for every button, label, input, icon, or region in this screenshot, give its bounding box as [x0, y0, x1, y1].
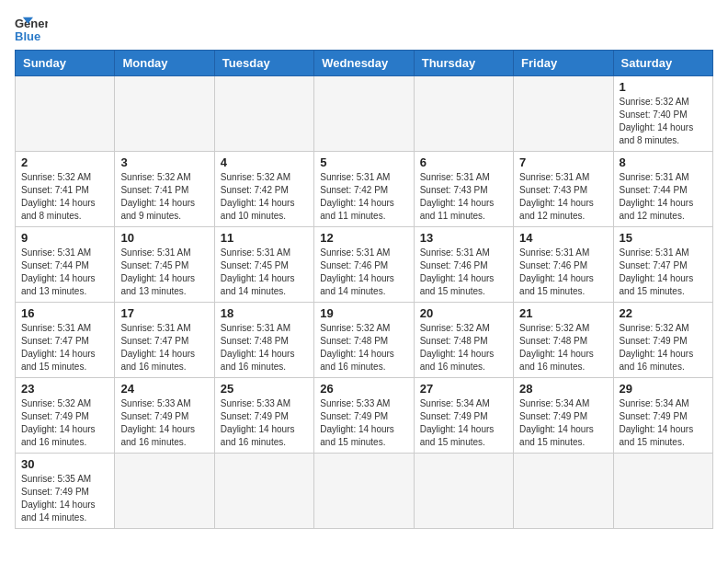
day-info: Sunrise: 5:32 AM Sunset: 7:42 PM Dayligh… [221, 171, 308, 223]
day-number: 25 [221, 382, 308, 396]
calendar-cell: 13Sunrise: 5:31 AM Sunset: 7:46 PM Dayli… [414, 227, 513, 303]
day-info: Sunrise: 5:32 AM Sunset: 7:41 PM Dayligh… [21, 171, 108, 223]
calendar-cell: 4Sunrise: 5:32 AM Sunset: 7:42 PM Daylig… [214, 152, 313, 227]
calendar-cell [514, 76, 613, 152]
day-info: Sunrise: 5:32 AM Sunset: 7:49 PM Dayligh… [620, 322, 707, 373]
calendar-cell [514, 454, 613, 529]
calendar-cell: 26Sunrise: 5:33 AM Sunset: 7:49 PM Dayli… [314, 378, 414, 454]
calendar-cell: 22Sunrise: 5:32 AM Sunset: 7:49 PM Dayli… [613, 303, 712, 378]
calendar-cell: 30Sunrise: 5:35 AM Sunset: 7:49 PM Dayli… [16, 454, 115, 529]
day-number: 21 [519, 306, 607, 320]
day-number: 20 [420, 306, 507, 320]
day-info: Sunrise: 5:31 AM Sunset: 7:45 PM Dayligh… [120, 247, 208, 298]
calendar-cell: 15Sunrise: 5:31 AM Sunset: 7:47 PM Dayli… [613, 227, 712, 303]
calendar-cell [214, 454, 313, 529]
day-info: Sunrise: 5:31 AM Sunset: 7:47 PM Dayligh… [120, 322, 208, 373]
day-number: 18 [221, 306, 308, 320]
calendar-cell [613, 454, 712, 529]
day-number: 3 [120, 155, 208, 169]
day-header-saturday: Saturday [613, 51, 712, 76]
day-info: Sunrise: 5:32 AM Sunset: 7:49 PM Dayligh… [21, 397, 108, 449]
day-info: Sunrise: 5:31 AM Sunset: 7:42 PM Dayligh… [320, 171, 407, 223]
logo: General Blue [15, 15, 51, 42]
week-row-5: 23Sunrise: 5:32 AM Sunset: 7:49 PM Dayli… [16, 378, 713, 454]
day-number: 8 [620, 155, 707, 169]
calendar-cell [115, 454, 214, 529]
calendar-cell [214, 76, 313, 152]
calendar-cell: 28Sunrise: 5:34 AM Sunset: 7:49 PM Dayli… [514, 378, 613, 454]
day-info: Sunrise: 5:32 AM Sunset: 7:48 PM Dayligh… [519, 322, 607, 373]
day-info: Sunrise: 5:34 AM Sunset: 7:49 PM Dayligh… [620, 397, 707, 449]
calendar-cell: 10Sunrise: 5:31 AM Sunset: 7:45 PM Dayli… [115, 227, 214, 303]
calendar-cell: 21Sunrise: 5:32 AM Sunset: 7:48 PM Dayli… [514, 303, 613, 378]
calendar-cell: 5Sunrise: 5:31 AM Sunset: 7:42 PM Daylig… [314, 152, 414, 227]
day-info: Sunrise: 5:32 AM Sunset: 7:41 PM Dayligh… [120, 171, 208, 223]
calendar-cell: 8Sunrise: 5:31 AM Sunset: 7:44 PM Daylig… [613, 152, 712, 227]
day-info: Sunrise: 5:33 AM Sunset: 7:49 PM Dayligh… [221, 397, 308, 449]
day-header-monday: Monday [115, 51, 214, 76]
day-number: 24 [120, 382, 208, 396]
day-number: 15 [620, 231, 707, 245]
day-info: Sunrise: 5:31 AM Sunset: 7:46 PM Dayligh… [420, 247, 507, 298]
calendar-cell: 19Sunrise: 5:32 AM Sunset: 7:48 PM Dayli… [314, 303, 414, 378]
day-info: Sunrise: 5:31 AM Sunset: 7:43 PM Dayligh… [420, 171, 507, 223]
day-number: 12 [320, 231, 407, 245]
day-header-thursday: Thursday [414, 51, 513, 76]
day-info: Sunrise: 5:31 AM Sunset: 7:45 PM Dayligh… [221, 247, 308, 298]
calendar-cell [314, 454, 414, 529]
week-row-1: 1Sunrise: 5:32 AM Sunset: 7:40 PM Daylig… [16, 76, 713, 152]
day-number: 29 [620, 382, 707, 396]
day-info: Sunrise: 5:34 AM Sunset: 7:49 PM Dayligh… [420, 397, 507, 449]
day-number: 1 [620, 80, 707, 94]
calendar-cell: 9Sunrise: 5:31 AM Sunset: 7:44 PM Daylig… [16, 227, 115, 303]
day-number: 9 [21, 231, 108, 245]
week-row-2: 2Sunrise: 5:32 AM Sunset: 7:41 PM Daylig… [16, 152, 713, 227]
day-header-tuesday: Tuesday [214, 51, 313, 76]
day-number: 5 [320, 155, 407, 169]
calendar-cell [314, 76, 414, 152]
calendar-body: 1Sunrise: 5:32 AM Sunset: 7:40 PM Daylig… [16, 76, 713, 529]
day-header-friday: Friday [514, 51, 613, 76]
svg-text:Blue: Blue [15, 29, 40, 42]
day-info: Sunrise: 5:31 AM Sunset: 7:44 PM Dayligh… [21, 247, 108, 298]
calendar-cell [115, 76, 214, 152]
day-number: 11 [221, 231, 308, 245]
day-number: 26 [320, 382, 407, 396]
general-blue-icon: General Blue [15, 15, 48, 42]
calendar-cell [16, 76, 115, 152]
calendar-cell [414, 454, 513, 529]
calendar-cell: 17Sunrise: 5:31 AM Sunset: 7:47 PM Dayli… [115, 303, 214, 378]
day-number: 14 [519, 231, 607, 245]
calendar-header: SundayMondayTuesdayWednesdayThursdayFrid… [16, 51, 713, 76]
day-number: 30 [21, 457, 108, 471]
calendar-cell [414, 76, 513, 152]
week-row-4: 16Sunrise: 5:31 AM Sunset: 7:47 PM Dayli… [16, 303, 713, 378]
calendar-cell: 1Sunrise: 5:32 AM Sunset: 7:40 PM Daylig… [613, 76, 712, 152]
calendar-cell: 20Sunrise: 5:32 AM Sunset: 7:48 PM Dayli… [414, 303, 513, 378]
day-number: 22 [620, 306, 707, 320]
calendar-cell: 25Sunrise: 5:33 AM Sunset: 7:49 PM Dayli… [214, 378, 313, 454]
day-number: 28 [519, 382, 607, 396]
day-header-sunday: Sunday [16, 51, 115, 76]
day-info: Sunrise: 5:33 AM Sunset: 7:49 PM Dayligh… [120, 397, 208, 449]
calendar-cell: 18Sunrise: 5:31 AM Sunset: 7:48 PM Dayli… [214, 303, 313, 378]
calendar-cell: 7Sunrise: 5:31 AM Sunset: 7:43 PM Daylig… [514, 152, 613, 227]
day-number: 4 [221, 155, 308, 169]
day-info: Sunrise: 5:32 AM Sunset: 7:48 PM Dayligh… [420, 322, 507, 373]
calendar-cell: 6Sunrise: 5:31 AM Sunset: 7:43 PM Daylig… [414, 152, 513, 227]
day-number: 16 [21, 306, 108, 320]
day-number: 27 [420, 382, 507, 396]
day-info: Sunrise: 5:32 AM Sunset: 7:48 PM Dayligh… [320, 322, 407, 373]
day-info: Sunrise: 5:31 AM Sunset: 7:46 PM Dayligh… [519, 247, 607, 298]
calendar-cell: 12Sunrise: 5:31 AM Sunset: 7:46 PM Dayli… [314, 227, 414, 303]
week-row-6: 30Sunrise: 5:35 AM Sunset: 7:49 PM Dayli… [16, 454, 713, 529]
day-info: Sunrise: 5:31 AM Sunset: 7:43 PM Dayligh… [519, 171, 607, 223]
calendar-cell: 24Sunrise: 5:33 AM Sunset: 7:49 PM Dayli… [115, 378, 214, 454]
calendar-cell: 16Sunrise: 5:31 AM Sunset: 7:47 PM Dayli… [16, 303, 115, 378]
day-number: 13 [420, 231, 507, 245]
day-number: 10 [120, 231, 208, 245]
week-row-3: 9Sunrise: 5:31 AM Sunset: 7:44 PM Daylig… [16, 227, 713, 303]
day-info: Sunrise: 5:35 AM Sunset: 7:49 PM Dayligh… [21, 473, 108, 524]
calendar-cell: 29Sunrise: 5:34 AM Sunset: 7:49 PM Dayli… [613, 378, 712, 454]
day-number: 6 [420, 155, 507, 169]
